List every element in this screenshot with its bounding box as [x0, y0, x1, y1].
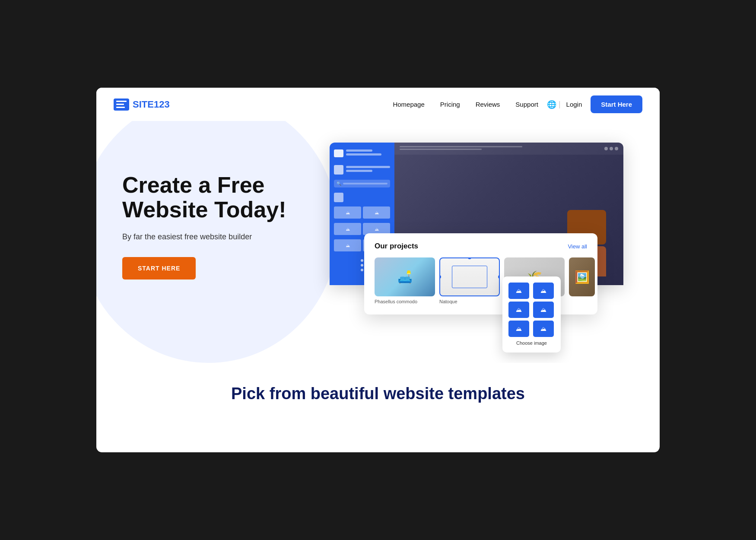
nav-start-button[interactable]: Start Here	[591, 95, 642, 113]
hero-section: Create a Free Website Today! By far the …	[96, 121, 660, 363]
sidebar-img-row-1: ⛰ ⛰	[334, 206, 390, 219]
projects-card: Our projects View all 🛋️ Phasellus commo…	[364, 233, 597, 314]
mountain-icon-3: ⛰	[346, 227, 350, 232]
img-choice-2[interactable]: ⛰	[533, 283, 554, 299]
navbar: SITE123 Homepage Pricing Reviews Support…	[96, 88, 660, 121]
projects-header: Our projects View all	[375, 242, 587, 251]
bottom-section: Pick from beautiful website templates	[96, 363, 660, 420]
dot-3	[361, 269, 363, 271]
search-icon: 🔍	[337, 181, 341, 186]
bottom-title: Pick from beautiful website templates	[114, 384, 642, 403]
sidebar-search[interactable]: 🔍	[334, 180, 390, 187]
sidebar-square-2	[334, 193, 343, 202]
image-chooser-grid: ⛰ ⛰ ⛰ ⛰ ⛰ ⛰	[508, 283, 555, 337]
sidebar-img-2: ⛰	[363, 206, 390, 219]
nav-homepage[interactable]: Homepage	[393, 101, 424, 108]
hero-left: Create a Free Website Today! By far the …	[122, 138, 304, 280]
topbar-dot-3	[615, 147, 618, 150]
sidebar-square-1	[334, 165, 343, 175]
topbar-dot-1	[604, 147, 608, 150]
hero-right: 🔍 ⛰ ⛰ ⛰ ⛰ ⛰ ⛰	[330, 138, 634, 285]
mockup-topbar	[394, 143, 623, 155]
hero-title: Create a Free Website Today!	[122, 173, 304, 222]
project-card-1: 🛋️ Phasellus commodo	[375, 257, 435, 304]
view-all-link[interactable]: View all	[568, 243, 587, 250]
topbar-line-1	[400, 146, 522, 147]
mountain-icon-5: ⛰	[346, 243, 350, 248]
nav-support[interactable]: Support	[515, 101, 538, 108]
globe-icon[interactable]: 🌐	[547, 100, 556, 109]
page-wrapper: SITE123 Homepage Pricing Reviews Support…	[95, 86, 661, 454]
img-choice-1[interactable]: ⛰	[508, 283, 529, 299]
project-image-4: 🖼️	[569, 257, 595, 296]
mountain-icon-1: ⛰	[346, 210, 350, 215]
logo-text: SITE123	[133, 99, 170, 110]
project-label-1: Phasellus commodo	[375, 299, 435, 304]
nav-reviews[interactable]: Reviews	[476, 101, 500, 108]
login-link[interactable]: Login	[566, 101, 582, 108]
project-image-2	[439, 257, 500, 296]
nav-divider: |	[556, 100, 563, 109]
topbar-line-2	[400, 149, 482, 150]
sidebar-img-5: ⛰	[334, 239, 361, 251]
sidebar-row-1	[334, 165, 390, 175]
project-card-2[interactable]: Natoque	[439, 257, 500, 304]
sidebar-line-1	[346, 149, 372, 152]
project-label-2: Natoque	[439, 299, 500, 304]
sidebar-img-1: ⛰	[334, 206, 361, 219]
sidebar-img-3: ⛰	[334, 223, 361, 235]
project-image-1: 🛋️	[375, 257, 435, 296]
topbar-dot-2	[610, 147, 613, 150]
image-chooser-label: Choose image	[508, 340, 555, 346]
sidebar-line-2	[346, 153, 381, 156]
projects-title: Our projects	[375, 242, 418, 251]
img-choice-3[interactable]: ⛰	[508, 302, 529, 318]
nav-pricing[interactable]: Pricing	[440, 101, 460, 108]
select-dot-left	[439, 275, 441, 279]
selection-box	[452, 266, 487, 288]
img-choice-6[interactable]: ⛰	[533, 321, 554, 337]
project-card-4: 🖼️	[569, 257, 595, 304]
mountain-icon-2: ⛰	[375, 210, 379, 215]
select-dot-top	[468, 257, 471, 259]
nav-links: Homepage Pricing Reviews Support	[393, 101, 538, 108]
sidebar-logo	[334, 149, 343, 157]
topbar-lines	[400, 146, 604, 151]
logo[interactable]: SITE123	[114, 98, 170, 111]
logo-site: SITE	[133, 99, 154, 110]
dot-2	[361, 264, 363, 267]
logo-icon	[114, 98, 129, 111]
sidebar-line-4	[346, 170, 372, 172]
mountain-icon-4: ⛰	[375, 227, 379, 232]
img-choice-5[interactable]: ⛰	[508, 321, 529, 337]
sidebar-line-3	[346, 166, 390, 168]
sidebar-header	[334, 149, 390, 157]
img-choice-4[interactable]: ⛰	[533, 302, 554, 318]
hero-subtitle: By far the easiest free website builder	[122, 232, 304, 241]
logo-num: 123	[154, 99, 170, 110]
topbar-dots	[604, 147, 618, 150]
select-dot-right	[498, 275, 500, 279]
hero-cta-button[interactable]: START HERE	[122, 257, 196, 280]
dot-1	[361, 259, 363, 262]
image-chooser-popup: ⛰ ⛰ ⛰ ⛰ ⛰ ⛰ Choose image	[502, 276, 561, 353]
